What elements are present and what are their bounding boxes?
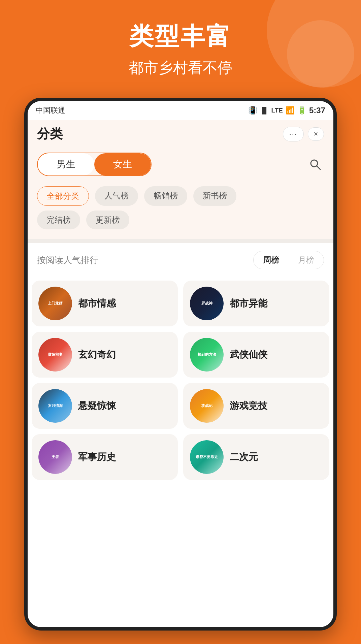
lte-icon: LTE (271, 107, 283, 114)
category-img-1: 罗战神 (190, 287, 224, 320)
filter-popular[interactable]: 人气榜 (95, 186, 138, 206)
book-cover-7: 谁都不要靠近 (190, 440, 224, 474)
phone-frame: 中国联通 📳 ▐▌ LTE 📶 🔋 5:37 分类 ··· × 男生 女生 (24, 98, 337, 631)
book-cover-2: 傲娇前妻 (38, 338, 72, 372)
signal-icon: ▐▌ (260, 107, 269, 114)
gender-tabs-group: 男生 女生 (37, 153, 152, 176)
ranking-section: 按阅读人气排行 周榜 月榜 (28, 243, 333, 281)
category-card-5[interactable]: 攻战记 游戏竞技 (183, 383, 329, 429)
category-label-1: 都市异能 (230, 297, 267, 310)
vibrate-icon: 📳 (248, 106, 257, 115)
category-card-2[interactable]: 傲娇前妻 玄幻奇幻 (32, 332, 178, 378)
category-card-6[interactable]: 王者 军事历史 (32, 434, 178, 480)
search-button[interactable] (306, 156, 324, 173)
category-label-4: 悬疑惊悚 (78, 399, 116, 412)
category-filters: 全部分类 人气榜 畅销榜 新书榜 完结榜 更新榜 (28, 183, 333, 239)
app-header: 分类 ··· × (28, 120, 333, 149)
filter-completed[interactable]: 完结榜 (37, 211, 80, 229)
header-actions: ··· × (283, 127, 324, 141)
book-cover-6: 王者 (38, 440, 72, 474)
category-card-7[interactable]: 谁都不要靠近 二次元 (183, 434, 329, 480)
category-img-2: 傲娇前妻 (38, 338, 72, 372)
category-img-3: 捡到的方法 (190, 338, 224, 372)
close-button[interactable]: × (308, 127, 324, 141)
tab-male[interactable]: 男生 (38, 153, 94, 175)
filter-all[interactable]: 全部分类 (37, 186, 89, 206)
ranking-tab-week[interactable]: 周榜 (254, 251, 289, 269)
status-right: 📳 ▐▌ LTE 📶 🔋 5:37 (248, 106, 325, 115)
tab-female[interactable]: 女生 (94, 153, 151, 175)
filter-row-2: 完结榜 更新榜 (37, 211, 324, 229)
wifi-icon: 📶 (286, 106, 295, 115)
category-card-1[interactable]: 罗战神 都市异能 (183, 281, 329, 326)
ranking-tab-month[interactable]: 月榜 (289, 251, 324, 269)
category-img-5: 攻战记 (190, 389, 224, 423)
filter-updated[interactable]: 更新榜 (86, 211, 129, 229)
filter-new[interactable]: 新书榜 (193, 186, 236, 206)
category-card-0[interactable]: 上门龙婿 都市情感 (32, 281, 178, 326)
book-cover-0: 上门龙婿 (38, 287, 72, 320)
status-bar: 中国联通 📳 ▐▌ LTE 📶 🔋 5:37 (28, 101, 333, 120)
ranking-title: 按阅读人气排行 (37, 254, 98, 266)
category-card-4[interactable]: 岁月情深 悬疑惊悚 (32, 383, 178, 429)
category-img-7: 谁都不要靠近 (190, 440, 224, 474)
book-cover-4: 岁月情深 (38, 389, 72, 423)
page-title: 分类 (37, 125, 63, 142)
category-label-2: 玄幻奇幻 (78, 348, 116, 361)
section-divider (28, 239, 333, 243)
book-cover-3: 捡到的方法 (190, 338, 224, 372)
category-label-7: 二次元 (230, 451, 258, 463)
filter-row-1: 全部分类 人气榜 畅销榜 新书榜 (37, 186, 324, 206)
top-subtitle: 都市乡村看不停 (0, 58, 361, 78)
battery-icon: 🔋 (297, 106, 306, 115)
status-time: 5:37 (309, 106, 325, 115)
book-cover-1: 罗战神 (190, 287, 224, 320)
category-label-3: 武侠仙侠 (230, 348, 267, 361)
category-img-4: 岁月情深 (38, 389, 72, 423)
ranking-header: 按阅读人气排行 周榜 月榜 (37, 251, 324, 269)
gender-tabs-section: 男生 女生 (28, 149, 333, 183)
category-grid: 上门龙婿 都市情感 罗战神 都市异能 傲娇前妻 玄幻奇幻 捡到的方法 武侠仙侠 … (28, 281, 333, 487)
ranking-tabs: 周榜 月榜 (253, 251, 324, 269)
category-label-5: 游戏竞技 (230, 399, 267, 412)
category-label-6: 军事历史 (78, 451, 116, 463)
category-img-0: 上门龙婿 (38, 287, 72, 320)
search-icon (309, 158, 321, 170)
svg-line-1 (317, 166, 320, 169)
filter-bestseller[interactable]: 畅销榜 (144, 186, 187, 206)
carrier-text: 中国联通 (36, 105, 65, 116)
top-text-area: 类型丰富 都市乡村看不停 (0, 20, 361, 78)
category-img-6: 王者 (38, 440, 72, 474)
book-cover-5: 攻战记 (190, 389, 224, 423)
category-label-0: 都市情感 (78, 297, 116, 310)
category-card-3[interactable]: 捡到的方法 武侠仙侠 (183, 332, 329, 378)
top-title: 类型丰富 (0, 20, 361, 53)
more-button[interactable]: ··· (283, 127, 304, 141)
